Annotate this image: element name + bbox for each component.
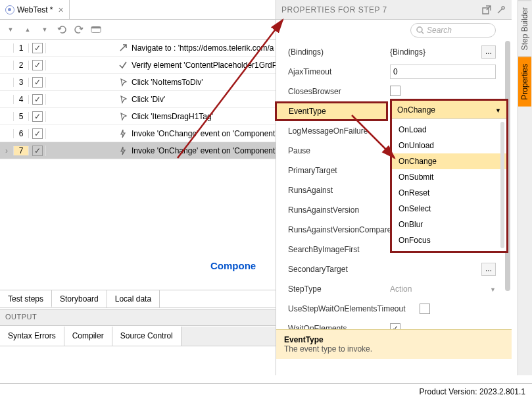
dropdown-scrollbar[interactable] xyxy=(500,122,504,248)
close-icon[interactable]: × xyxy=(58,5,63,15)
step-text: Navigate to : 'https://demos.telerik.com… xyxy=(132,43,274,53)
prop-use-step-wait[interactable]: UseStepWaitOnElementsTimeout xyxy=(288,299,496,319)
move-down-icon[interactable] xyxy=(39,24,50,35)
search-placeholder: Search xyxy=(427,26,452,35)
step-text: Invoke 'OnChange' event on 'Component' xyxy=(132,129,276,138)
step-text: Invoke 'OnChange' event on 'Component' xyxy=(132,146,276,155)
step-enabled-checkbox[interactable] xyxy=(32,43,43,53)
tab-storyboard[interactable]: Storyboard xyxy=(52,290,107,307)
search-icon xyxy=(416,26,424,34)
dropdown-option[interactable]: OnFocus xyxy=(392,232,506,248)
chevron-down-icon xyxy=(490,284,496,294)
step-number: 5 xyxy=(13,112,29,121)
ajax-timeout-input[interactable] xyxy=(390,65,496,79)
tab-compiler[interactable]: Compiler xyxy=(64,327,112,346)
search-input[interactable]: Search xyxy=(410,23,496,38)
prop-bindings[interactable]: (Bindings) {Bindings} ... xyxy=(288,42,496,62)
property-description: EventType The event type to invoke. xyxy=(276,329,512,359)
step-row[interactable]: 5Click 'ItemsDragH1Tag' xyxy=(0,108,276,125)
step-number: 2 xyxy=(13,61,29,70)
pin-icon[interactable] xyxy=(496,5,506,15)
step-type-icon xyxy=(118,95,128,104)
dropdown-selected[interactable]: OnChange xyxy=(392,101,506,119)
dropdown-option[interactable]: OnChange xyxy=(392,153,506,169)
use-step-wait-checkbox[interactable] xyxy=(420,304,430,314)
step-enabled-checkbox[interactable] xyxy=(32,77,43,88)
dropdown-option[interactable]: OnBlur xyxy=(392,217,506,232)
view-icon[interactable] xyxy=(91,24,101,35)
svg-point-3 xyxy=(502,7,504,9)
redo-icon[interactable] xyxy=(74,24,84,35)
undo-icon[interactable] xyxy=(57,24,67,35)
step-enabled-checkbox[interactable] xyxy=(32,60,43,70)
step-row[interactable]: 3Click 'NoItemsToDiv' xyxy=(0,74,276,91)
output-header: OUTPUT xyxy=(0,309,276,326)
step-type-icon xyxy=(118,146,128,155)
tab-title: WebTest * xyxy=(17,5,53,14)
step-number: 7 xyxy=(13,146,29,155)
tab-source-control[interactable]: Source Control xyxy=(112,327,181,346)
step-type-icon xyxy=(118,112,128,121)
step-number: 1 xyxy=(13,43,29,53)
prop-step-type[interactable]: StepType Action xyxy=(288,279,496,299)
chevron-down-icon xyxy=(495,105,501,115)
expand-icon[interactable] xyxy=(5,24,16,35)
step-text: Click 'Div' xyxy=(132,95,165,104)
step-row[interactable]: 1Navigate to : 'https://demos.telerik.co… xyxy=(0,40,276,57)
step-enabled-checkbox[interactable] xyxy=(32,146,43,156)
step-row[interactable]: ›7Invoke 'OnChange' event on 'Component' xyxy=(0,142,276,159)
step-type-icon xyxy=(118,78,128,87)
step-type-icon xyxy=(118,43,128,53)
dropdown-option[interactable]: OnLoad xyxy=(392,122,506,138)
svg-rect-1 xyxy=(91,26,101,28)
ellipsis-button[interactable]: ... xyxy=(481,45,496,59)
step-row[interactable]: 4Click 'Div' xyxy=(0,91,276,108)
ellipsis-button[interactable]: ... xyxy=(481,263,496,276)
step-enabled-checkbox[interactable] xyxy=(32,94,43,105)
step-text: Click 'NoItemsToDiv' xyxy=(132,78,203,87)
step-row[interactable]: 6Invoke 'OnChange' event on 'Component' xyxy=(0,125,276,142)
dropdown-option[interactable]: OnReset xyxy=(392,185,506,201)
steps-grid: 1Navigate to : 'https://demos.telerik.co… xyxy=(0,40,276,159)
webtest-icon xyxy=(5,5,14,14)
svg-point-4 xyxy=(417,27,422,32)
file-tab[interactable]: WebTest * × xyxy=(0,0,70,19)
step-text: Click 'ItemsDragH1Tag' xyxy=(132,112,213,121)
prop-event-type-highlight: EventType xyxy=(275,101,388,121)
tab-local-data[interactable]: Local data xyxy=(107,290,160,307)
move-up-icon[interactable] xyxy=(22,24,33,35)
step-number: 3 xyxy=(13,78,29,87)
prop-ajax-timeout[interactable]: AjaxTimeout xyxy=(288,62,496,82)
step-type-icon xyxy=(118,61,128,70)
properties-title: PROPERTIES FOR STEP 7 xyxy=(281,5,387,14)
step-enabled-checkbox[interactable] xyxy=(32,128,43,139)
dropdown-option[interactable]: OnSubmit xyxy=(392,169,506,185)
step-enabled-checkbox[interactable] xyxy=(32,111,43,122)
side-tab-properties[interactable]: Properties xyxy=(518,57,531,107)
step-number: 4 xyxy=(13,95,29,104)
step-type-icon xyxy=(118,129,128,138)
closes-browser-checkbox[interactable] xyxy=(390,86,400,96)
component-label: Compone xyxy=(210,260,256,271)
step-row[interactable]: 2Verify element 'ContentPlaceholder1GrdP… xyxy=(0,57,276,74)
dropdown-option[interactable]: OnUnload xyxy=(392,138,506,153)
dropdown-option[interactable]: OnSelect xyxy=(392,201,506,217)
product-version: Product Version: 2023.2.801.1 xyxy=(420,387,525,396)
step-text: Verify element 'ContentPlaceholder1GrdPe xyxy=(132,61,276,70)
tab-test-steps[interactable]: Test steps xyxy=(0,290,52,307)
side-tab-step-builder[interactable]: Step Builder xyxy=(518,0,531,57)
step-number: 6 xyxy=(13,129,29,138)
tab-syntax-errors[interactable]: Syntax Errors xyxy=(0,327,64,346)
popout-icon[interactable] xyxy=(481,5,492,15)
prop-secondary-target[interactable]: SecondaryTarget ... xyxy=(288,259,496,279)
event-type-dropdown[interactable]: OnChange OnLoadOnUnloadOnChangeOnSubmitO… xyxy=(390,99,508,253)
